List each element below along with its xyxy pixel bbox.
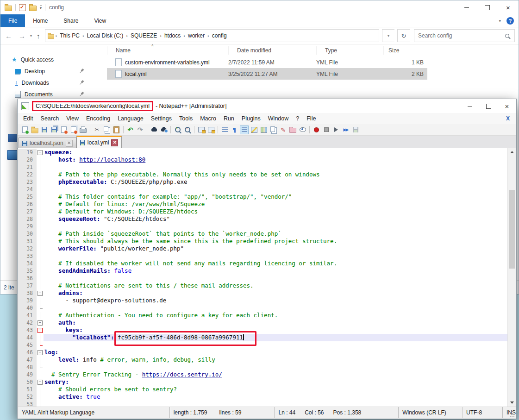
address-dropdown-icon[interactable]: ▾	[382, 29, 394, 42]
view-eye-icon[interactable]	[298, 125, 307, 134]
back-icon[interactable]: ←	[3, 32, 14, 40]
replace-icon[interactable]	[159, 125, 168, 134]
tab-close-icon[interactable]: ✕	[66, 140, 73, 147]
code-line-28[interactable]: 28 squeezeRoot: "C:/SQUEEZE/htdocs"	[18, 215, 508, 223]
minimize-button[interactable]	[456, 0, 477, 14]
sync-vertical-icon[interactable]	[197, 125, 206, 134]
sidebar-item-desktop[interactable]: Desktop	[0, 65, 84, 77]
code-line-39[interactable]: 39 - support@dexpro-solutions.de	[18, 297, 508, 304]
minimize-button[interactable]	[461, 99, 479, 113]
code-line-44[interactable]: 44 "localhost": fc95cb9f-af5f-486d-8d98-…	[18, 334, 508, 341]
code-line-30[interactable]: 30 # Path inside `squeezeRoot` that poin…	[18, 230, 508, 238]
fold-margin[interactable]: −	[37, 319, 44, 326]
breadcrumb-segment-htdocs[interactable]: htdocs	[162, 32, 183, 39]
close-document-icon[interactable]: X	[506, 115, 510, 122]
code-link[interactable]: https://docs.sentry.io/	[142, 371, 222, 378]
close-button[interactable]: ×	[498, 0, 519, 14]
code-line-24[interactable]: 24	[18, 186, 508, 193]
menu-item-search[interactable]: Search	[37, 115, 63, 122]
code-line-29[interactable]: 29	[18, 223, 508, 230]
search-input[interactable]: Search config	[414, 29, 515, 42]
maximize-button[interactable]	[479, 99, 498, 113]
code-line-40[interactable]: 40	[18, 304, 508, 312]
menu-item-tools[interactable]: Tools	[175, 115, 196, 122]
code-line-35[interactable]: 35 sendAdminMails: false	[18, 267, 508, 275]
menu-item-file[interactable]: File	[303, 115, 319, 122]
ribbon-tab-view[interactable]: View	[86, 14, 114, 27]
ribbon-tab-file[interactable]: File	[0, 14, 25, 27]
sidebar-item-quick-access[interactable]: ★Quick access	[0, 54, 81, 65]
folder-icon[interactable]	[5, 6, 12, 11]
code-line-37[interactable]: 37 # Notifications are sent to this / th…	[18, 282, 508, 289]
code-line-52[interactable]: 52 active: true	[18, 393, 508, 401]
document-map-icon[interactable]	[259, 125, 268, 134]
code-line-26[interactable]: 26 # Default for linux: /var/www/html/Sq…	[18, 201, 508, 208]
edit-sign-icon[interactable]: ✎	[279, 125, 288, 134]
code-line-22[interactable]: 22 # Path to the php executable. Normall…	[18, 171, 508, 178]
print-icon[interactable]	[79, 125, 88, 134]
column-header-name[interactable]: Name	[107, 46, 228, 55]
fold-collapse-icon[interactable]: −	[38, 350, 43, 355]
code-line-25[interactable]: 25 # This folder contains for example: "…	[18, 193, 508, 201]
recent-locations-icon[interactable]: ▾	[30, 34, 32, 38]
code-line-42[interactable]: 42− auth:	[18, 319, 508, 326]
code-line-31[interactable]: 31 # This should always be the same sinc…	[18, 238, 508, 245]
macro-run-multiple-icon[interactable]: ▶▶	[341, 125, 350, 134]
search-icon[interactable]	[505, 34, 509, 38]
fold-collapse-icon[interactable]: −	[38, 380, 43, 385]
code-line-34[interactable]: 34 # If disabled the worker will not sen…	[18, 260, 508, 267]
show-all-chars-icon[interactable]: ¶	[230, 125, 239, 134]
macro-play-icon[interactable]	[331, 125, 340, 134]
scroll-up-icon[interactable]	[508, 148, 516, 156]
open-icon[interactable]	[30, 125, 39, 134]
refresh-icon[interactable]: ↻	[397, 29, 410, 42]
up-icon[interactable]: ↑	[35, 32, 42, 40]
zoom-in-icon[interactable]	[173, 125, 182, 134]
code-line-43[interactable]: 43− keys:	[18, 326, 508, 334]
code-line-23[interactable]: 23 phpExecutable: C:/SQUEEZE/php/php.exe	[18, 178, 508, 186]
sync-horizontal-icon[interactable]	[206, 125, 215, 134]
zoom-out-icon[interactable]	[183, 125, 192, 134]
code-line-48[interactable]: 48	[18, 364, 508, 371]
save-all-icon[interactable]	[50, 125, 58, 134]
indent-guide-icon[interactable]	[240, 125, 249, 134]
menu-item-edit[interactable]: Edit	[19, 115, 37, 122]
breadcrumb-segment-this-pc[interactable]: This PC	[57, 32, 82, 39]
breadcrumb-segment-squeeze[interactable]: SQUEEZE	[128, 32, 160, 39]
find-icon[interactable]	[150, 125, 158, 134]
cut-icon[interactable]: ✂	[93, 125, 101, 134]
fold-collapse-icon[interactable]: −	[38, 150, 43, 155]
code-link[interactable]: http://localhost:80	[79, 156, 145, 163]
breadcrumb-segment-worker[interactable]: worker	[185, 32, 207, 39]
file-row-custom-environment-variables-yml[interactable]: custom-environment-variables.yml2/7/2022…	[107, 56, 427, 68]
fold-collapse-icon[interactable]: −	[38, 320, 43, 326]
sidebar-item-downloads[interactable]: ↓Downloads	[0, 77, 84, 88]
code-line-20[interactable]: 20 host: http://localhost:80	[18, 156, 508, 163]
word-wrap-icon[interactable]	[220, 125, 229, 134]
code-line-32[interactable]: 32 workerFile: "public/worker_node.php"	[18, 245, 508, 252]
ribbon-tab-home[interactable]: Home	[25, 14, 56, 27]
tab-localhost-json[interactable]: localhost.json✕	[19, 138, 76, 148]
breadcrumb-segment-config[interactable]: config	[209, 32, 230, 39]
redo-icon[interactable]: ↷	[136, 125, 144, 134]
help-icon[interactable]: ?	[506, 17, 514, 25]
code-line-46[interactable]: 46−log:	[18, 349, 508, 356]
code-line-36[interactable]: 36	[18, 275, 508, 282]
scrollbar-thumb[interactable]	[509, 190, 515, 269]
code-line-47[interactable]: 47 level: info # error, warn, info, debu…	[18, 356, 508, 364]
fold-collapse-icon[interactable]: −	[38, 328, 43, 333]
maximize-button[interactable]	[477, 0, 498, 14]
column-header-type[interactable]: Type	[316, 46, 383, 55]
code-line-19[interactable]: 19−squeeze:	[18, 149, 508, 156]
save-icon[interactable]	[40, 125, 49, 134]
properties-check-icon[interactable]	[19, 4, 26, 11]
new-file-icon[interactable]	[20, 125, 29, 134]
macro-record-icon[interactable]	[312, 125, 321, 134]
menu-item-settings[interactable]: Settings	[147, 115, 175, 122]
code-line-45[interactable]: 45	[18, 341, 508, 349]
fold-margin[interactable]: −	[37, 378, 44, 386]
menu-item-run[interactable]: Run	[220, 115, 238, 122]
breadcrumb-segment-local-disk-c-[interactable]: Local Disk (C:)	[84, 32, 126, 39]
breadcrumb[interactable]: ›This PC›Local Disk (C:)›SQUEEZE›htdocs›…	[45, 29, 379, 42]
code-line-33[interactable]: 33	[18, 252, 508, 260]
